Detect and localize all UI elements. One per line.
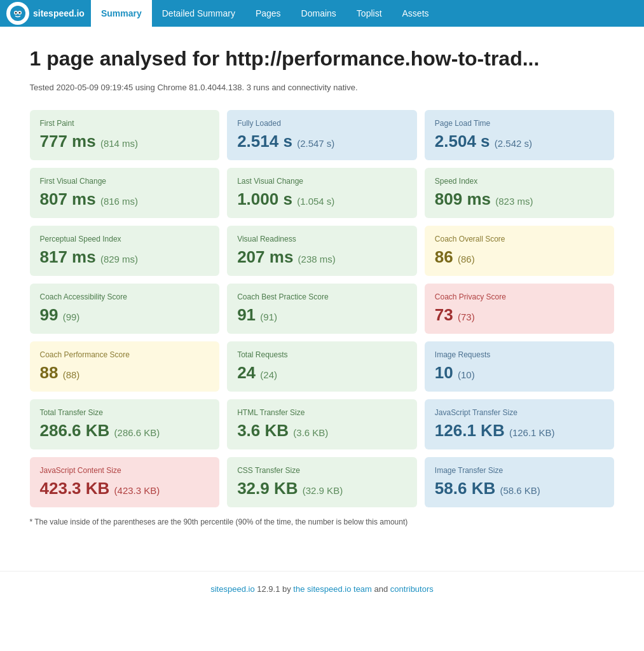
metric-sub: (32.9 KB) [303, 485, 343, 496]
metric-card: Image Transfer Size58.6 KB (58.6 KB) [425, 457, 615, 507]
logo-icon [6, 2, 29, 25]
metric-value: 286.6 KB (286.6 KB) [40, 421, 210, 441]
metric-card: HTML Transfer Size3.6 KB (3.6 KB) [227, 399, 417, 449]
metric-label: Speed Index [435, 177, 605, 186]
metric-card: Visual Readiness207 ms (238 ms) [227, 226, 417, 276]
metric-card: Total Requests24 (24) [227, 341, 417, 392]
metric-sub: (99) [63, 312, 80, 322]
footer: sitespeed.io 12.9.1 by the sitespeed.io … [0, 571, 644, 613]
metric-value: 32.9 KB (32.9 KB) [237, 479, 407, 498]
metric-label: Coach Privacy Score [435, 292, 605, 301]
metric-sub: (24) [260, 369, 277, 380]
metric-sub: (3.6 KB) [293, 427, 328, 438]
nav-detailed-summary[interactable]: Detailed Summary [152, 0, 245, 27]
nav-items: Summary Detailed Summary Pages Domains T… [91, 0, 439, 27]
svg-point-4 [19, 12, 21, 14]
sitespeed-link[interactable]: sitespeed.io [210, 584, 254, 594]
metric-card: JavaScript Transfer Size126.1 KB (126.1 … [425, 399, 615, 449]
metric-sub: (1.054 s) [297, 196, 334, 207]
metric-sub: (816 ms) [100, 196, 138, 207]
metric-sub: (86) [458, 254, 475, 264]
metric-label: Coach Best Practice Score [237, 292, 407, 301]
svg-point-0 [10, 6, 25, 21]
metric-value: 817 ms (829 ms) [40, 247, 210, 267]
metric-value: 73 (73) [435, 305, 605, 325]
metric-sub: (2.547 s) [297, 138, 334, 149]
metric-card: Fully Loaded2.514 s (2.547 s) [227, 110, 417, 160]
main-content: 1 page analysed for http://performance.h… [17, 27, 627, 571]
metric-card: Speed Index809 ms (823 ms) [425, 168, 615, 218]
metrics-grid: First Paint777 ms (814 ms)Fully Loaded2.… [30, 110, 615, 507]
metric-value: 24 (24) [237, 363, 407, 383]
metric-value: 2.514 s (2.547 s) [237, 132, 407, 151]
metric-label: First Visual Change [40, 177, 210, 186]
metric-value: 2.504 s (2.542 s) [435, 132, 605, 151]
metric-card: First Visual Change807 ms (816 ms) [30, 168, 220, 218]
nav-assets[interactable]: Assets [392, 0, 439, 27]
metric-card: Coach Best Practice Score91 (91) [227, 284, 417, 334]
metric-sub: (423.3 KB) [114, 485, 160, 496]
metric-sub: (58.6 KB) [500, 485, 540, 496]
metric-sub: (814 ms) [100, 138, 138, 149]
metric-value: 423.3 KB (423.3 KB) [40, 479, 210, 498]
metric-sub: (91) [260, 312, 277, 322]
metric-card: Page Load Time2.504 s (2.542 s) [425, 110, 615, 160]
metric-label: Last Visual Change [237, 177, 407, 186]
navigation: sitespeed.io Summary Detailed Summary Pa… [0, 0, 644, 27]
metric-label: Image Requests [435, 350, 605, 359]
logo-text: sitespeed.io [33, 8, 85, 18]
metric-label: Coach Performance Score [40, 350, 210, 359]
metric-label: JavaScript Content Size [40, 466, 210, 475]
nav-domains[interactable]: Domains [291, 0, 346, 27]
metric-card: JavaScript Content Size423.3 KB (423.3 K… [30, 457, 220, 507]
metric-label: First Paint [40, 119, 210, 128]
metric-sub: (286.6 KB) [114, 427, 160, 438]
metric-label: JavaScript Transfer Size [435, 408, 605, 417]
test-info: Tested 2020-05-09 09:19:45 using Chrome … [30, 83, 615, 92]
metric-card: Coach Accessibility Score99 (99) [30, 284, 220, 334]
nav-summary[interactable]: Summary [91, 0, 152, 27]
metric-value: 126.1 KB (126.1 KB) [435, 421, 605, 441]
metric-value: 10 (10) [435, 363, 605, 383]
metric-label: Total Requests [237, 350, 407, 359]
nav-pages[interactable]: Pages [245, 0, 291, 27]
metric-label: Image Transfer Size [435, 466, 605, 475]
metric-label: Coach Accessibility Score [40, 292, 210, 301]
metric-card: CSS Transfer Size32.9 KB (32.9 KB) [227, 457, 417, 507]
metric-card: Coach Performance Score88 (88) [30, 341, 220, 392]
logo[interactable]: sitespeed.io [6, 2, 85, 25]
footer-text: sitespeed.io 12.9.1 by the sitespeed.io … [210, 584, 434, 594]
metric-sub: (2.542 s) [495, 138, 532, 149]
metric-card: First Paint777 ms (814 ms) [30, 110, 220, 160]
metric-sub: (126.1 KB) [509, 427, 555, 438]
nav-toplist[interactable]: Toplist [346, 0, 392, 27]
metric-value: 88 (88) [40, 363, 210, 383]
metric-label: CSS Transfer Size [237, 466, 407, 475]
metric-sub: (73) [458, 312, 475, 322]
metric-value: 807 ms (816 ms) [40, 189, 210, 209]
footer-version: 12.9.1 by [255, 584, 294, 594]
metric-sub: (823 ms) [495, 196, 533, 207]
footnote: * The value inside of the parentheses ar… [30, 517, 615, 526]
contributors-link[interactable]: contributors [390, 584, 434, 594]
metric-value: 3.6 KB (3.6 KB) [237, 421, 407, 441]
metric-card: Total Transfer Size286.6 KB (286.6 KB) [30, 399, 220, 449]
svg-point-3 [15, 12, 17, 14]
metric-sub: (238 ms) [298, 254, 336, 264]
metric-value: 91 (91) [237, 305, 407, 325]
metric-label: Coach Overall Score [435, 235, 605, 243]
metric-label: HTML Transfer Size [237, 408, 407, 417]
footer-and: and [372, 584, 390, 594]
metric-value: 777 ms (814 ms) [40, 132, 210, 151]
metric-label: Perceptual Speed Index [40, 235, 210, 243]
metric-label: Total Transfer Size [40, 408, 210, 417]
page-title: 1 page analysed for http://performance.h… [30, 46, 615, 72]
metric-card: Coach Overall Score86 (86) [425, 226, 615, 276]
metric-value: 207 ms (238 ms) [237, 247, 407, 267]
metric-label: Fully Loaded [237, 119, 407, 128]
metric-value: 86 (86) [435, 247, 605, 267]
team-link[interactable]: the sitespeed.io team [293, 584, 372, 594]
metric-value: 99 (99) [40, 305, 210, 325]
metric-value: 809 ms (823 ms) [435, 189, 605, 209]
metric-value: 1.000 s (1.054 s) [237, 189, 407, 209]
